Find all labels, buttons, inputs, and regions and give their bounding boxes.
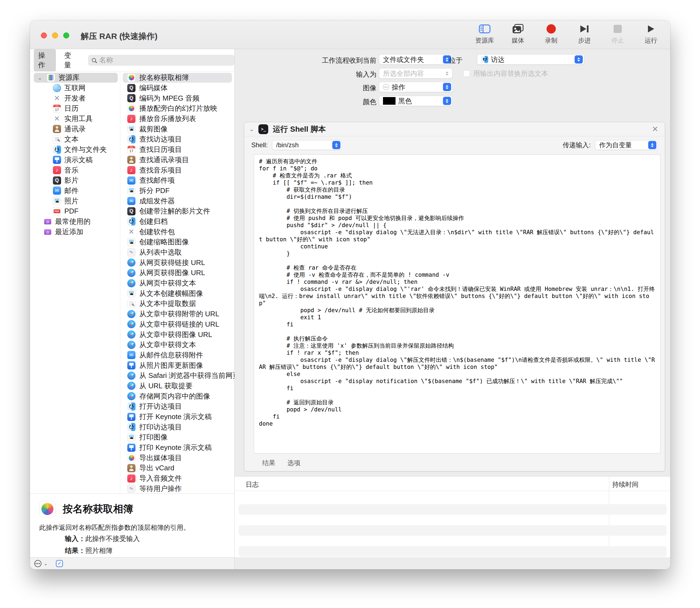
chevron-down-icon[interactable]: ⌄ bbox=[249, 126, 254, 133]
shell-script-editor[interactable]: # 遍历所有选中的文件 for f in "$@"; do # 检查文件是否为 … bbox=[254, 154, 660, 453]
minimize-window-button[interactable] bbox=[52, 33, 58, 38]
tab-actions[interactable]: 操作 bbox=[34, 49, 56, 72]
action-list-item[interactable]: 从 URL 获取提要 bbox=[120, 381, 234, 391]
action-list-item[interactable]: 从网页获得链接 URL bbox=[120, 258, 234, 268]
action-list-item[interactable]: 打印访达项目 bbox=[120, 422, 234, 432]
action-list-item[interactable]: 播放音乐播放列表 bbox=[120, 114, 234, 124]
action-list-item[interactable]: 查找日历项目 bbox=[120, 145, 234, 155]
action-list-item[interactable]: 裁剪图像 bbox=[120, 124, 234, 134]
action-list-item[interactable]: 拆分 PDF bbox=[120, 186, 234, 196]
action-list-item[interactable]: 从文章中获得附带的 URL bbox=[120, 309, 234, 319]
library-category-row[interactable]: 文本 bbox=[30, 134, 120, 145]
tab-options[interactable]: 选项 bbox=[287, 459, 300, 467]
action-list-item[interactable]: 创建缩略图图像 bbox=[120, 237, 234, 247]
action-list-item[interactable]: 查找访达项目 bbox=[120, 134, 234, 145]
toolbar-library-button[interactable]: 资源库 bbox=[475, 23, 494, 45]
library-category-row[interactable]: 互联网 bbox=[30, 83, 120, 93]
action-list-item[interactable]: 成组发件器 bbox=[120, 196, 234, 206]
library-category-row[interactable]: 音乐 bbox=[30, 165, 120, 175]
color-popup[interactable]: 黑色 bbox=[379, 96, 452, 106]
action-icon bbox=[127, 156, 135, 164]
toolbar-stop-button[interactable]: 停止 bbox=[608, 23, 627, 45]
action-list-item[interactable]: 导出 vCard bbox=[120, 463, 234, 473]
action-list-item[interactable]: 从文章中获得链接的 URL bbox=[120, 319, 234, 330]
action-list-item[interactable]: 等待用户操作 bbox=[120, 484, 234, 494]
terminal-icon bbox=[258, 124, 268, 134]
more-options-button[interactable]: ••• ⌄ bbox=[34, 560, 48, 567]
image-popup[interactable]: ••• 操作 bbox=[379, 82, 452, 92]
action-list-item[interactable]: 按名称获取相簿 bbox=[120, 73, 234, 83]
action-list-item[interactable]: 从邮件信息获得附件 bbox=[120, 350, 234, 360]
tab-results[interactable]: 结果 bbox=[262, 459, 275, 467]
action-list-item[interactable]: 从网页获得图像 URL bbox=[120, 268, 234, 278]
action-list-item[interactable]: 导入音频文件 bbox=[120, 473, 234, 484]
library-category-row[interactable]: 通讯录 bbox=[30, 124, 120, 134]
action-list-item[interactable]: 从文章中获得文本 bbox=[120, 340, 234, 350]
search-input[interactable]: 名称 bbox=[88, 55, 235, 66]
library-category-row[interactable]: 演示文稿 bbox=[30, 155, 120, 165]
library-category-row[interactable]: 日历 bbox=[30, 103, 120, 114]
located-in-popup[interactable]: 访达 bbox=[477, 54, 584, 64]
action-list-item[interactable]: 编码媒体 bbox=[120, 83, 234, 93]
pass-input-popup[interactable]: 作为自变量 bbox=[595, 140, 658, 150]
action-icon bbox=[127, 454, 135, 462]
action-list-item[interactable]: 从文本创建横幅图像 bbox=[120, 288, 234, 299]
replace-text-checkbox[interactable]: 用输出内容替换所选文本 bbox=[463, 68, 548, 78]
library-category-row[interactable]: 开发者 bbox=[30, 93, 120, 103]
library-category-row[interactable]: 文件与文件夹 bbox=[30, 145, 120, 155]
action-icon bbox=[127, 228, 135, 236]
category-icon bbox=[53, 156, 61, 164]
action-list-item[interactable]: 创建软件包 bbox=[120, 227, 234, 237]
log-empty-row bbox=[238, 546, 667, 557]
action-list-item[interactable]: 创建归档 bbox=[120, 216, 234, 227]
zoom-window-button[interactable] bbox=[63, 33, 69, 38]
library-category-row[interactable]: 实用工具 bbox=[30, 114, 120, 124]
input-as-popup[interactable]: 所选全部内容 bbox=[379, 68, 452, 78]
tab-variables[interactable]: 变量 bbox=[60, 49, 82, 72]
checkbox-icon bbox=[463, 70, 470, 77]
library-icon bbox=[47, 74, 55, 82]
action-list-item[interactable]: 从网页中获得文本 bbox=[120, 278, 234, 288]
shell-popup[interactable]: /bin/zsh bbox=[272, 140, 342, 150]
library-category-row[interactable]: 邮件 bbox=[30, 186, 120, 196]
action-icon bbox=[127, 474, 135, 482]
close-icon[interactable]: ✕ bbox=[650, 125, 660, 134]
action-list-item[interactable]: 打开 Keynote 演示文稿 bbox=[120, 412, 234, 422]
action-list-item[interactable]: 查找通讯录项目 bbox=[120, 155, 234, 165]
window-title: 解压 RAR (快速操作) bbox=[81, 31, 158, 42]
toolbar-run-button[interactable]: 运行 bbox=[641, 23, 660, 45]
action-list-item[interactable]: 从照片图库更新图像 bbox=[120, 360, 234, 370]
action-icon bbox=[127, 104, 135, 113]
toolbar-step-button[interactable]: 步进 bbox=[575, 23, 594, 45]
action-icon bbox=[127, 238, 135, 246]
action-list-item[interactable]: 播放配旁白的幻灯片放映 bbox=[120, 103, 234, 114]
smart-folder-row[interactable]: 最近添加 bbox=[30, 227, 120, 237]
toolbar-media-button[interactable]: 媒体 bbox=[508, 23, 527, 45]
action-list-item[interactable]: 编码为 MPEG 音频 bbox=[120, 93, 234, 103]
checkbox-panel-toggle[interactable]: ✓ bbox=[56, 560, 63, 567]
action-list-item[interactable]: 从文章中获得图像 URL bbox=[120, 329, 234, 340]
action-list-item[interactable]: 查找邮件项 bbox=[120, 175, 234, 186]
chevron-down-icon[interactable]: ⌄ bbox=[38, 74, 44, 81]
library-root-row[interactable]: ⌄ 资源库 bbox=[30, 73, 120, 83]
action-list-item[interactable]: 打印 Keynote 演示文稿 bbox=[120, 442, 234, 453]
library-category-row[interactable]: 影片 bbox=[30, 175, 120, 186]
action-list-item[interactable]: 查找音乐项目 bbox=[120, 165, 234, 175]
close-window-button[interactable] bbox=[41, 33, 47, 38]
action-list-item[interactable]: 导出媒体项目 bbox=[120, 453, 234, 463]
action-list-item[interactable]: 创建带注解的影片文件 bbox=[120, 206, 234, 216]
action-list-item[interactable]: 存储网页内容中的图像 bbox=[120, 391, 234, 401]
smart-folder-icon bbox=[44, 217, 52, 226]
action-list-item[interactable]: 从 Safari 浏览器中获得当前网页 bbox=[120, 370, 234, 381]
action-icon bbox=[127, 94, 135, 102]
library-category-row[interactable]: PDF bbox=[30, 206, 120, 216]
action-icon bbox=[127, 392, 135, 400]
toolbar-record-button[interactable]: 录制 bbox=[542, 23, 561, 45]
action-list-item[interactable]: 从列表中选取 bbox=[120, 247, 234, 258]
library-category-row[interactable]: 照片 bbox=[30, 196, 120, 206]
action-list-item[interactable]: 打印图像 bbox=[120, 432, 234, 442]
action-list-item[interactable]: 从文本中提取数据 bbox=[120, 299, 234, 309]
action-list-item[interactable]: 打开访达项目 bbox=[120, 401, 234, 412]
smart-folder-row[interactable]: 最常使用的 bbox=[30, 216, 120, 227]
finder-icon bbox=[481, 56, 488, 63]
